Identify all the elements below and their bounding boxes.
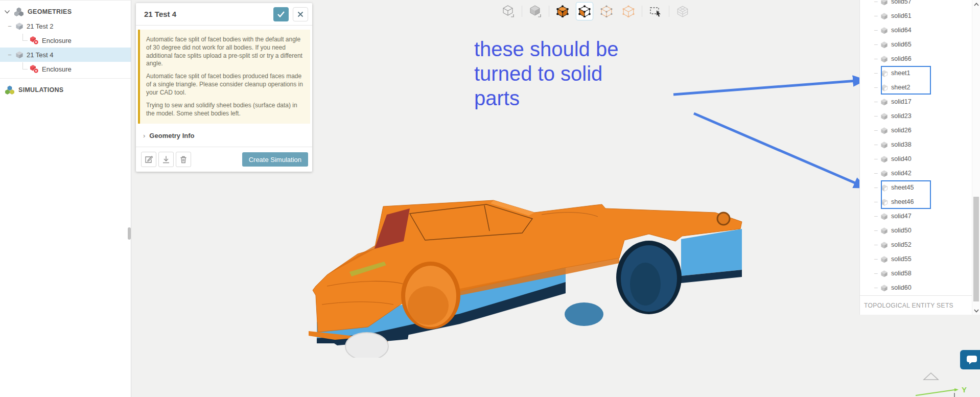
collapse-toggle[interactable]: − bbox=[7, 23, 12, 30]
entities-scrollbar[interactable] bbox=[972, 0, 980, 315]
entity-row[interactable]: –sheet1 bbox=[860, 66, 971, 80]
panel-footer: Create Simulation bbox=[136, 147, 312, 172]
entity-label: sheet2 bbox=[891, 84, 911, 91]
box-select-icon[interactable] bbox=[647, 2, 664, 20]
create-simulation-button[interactable]: Create Simulation bbox=[242, 152, 308, 167]
entity-row[interactable]: –solid47 bbox=[860, 209, 971, 223]
download-icon bbox=[161, 155, 171, 164]
entity-row[interactable]: –sheet2 bbox=[860, 80, 971, 95]
nav-triangle-icon[interactable] bbox=[921, 371, 941, 381]
geometry-detail-panel: 21 Test 4 Automatic face split of facet … bbox=[136, 3, 312, 172]
entity-label: solid42 bbox=[891, 170, 912, 177]
topological-entity-sets-header[interactable]: TOPOLOGICAL ENTITY SETS bbox=[860, 295, 972, 315]
solid-icon bbox=[880, 213, 888, 220]
close-icon bbox=[297, 11, 304, 17]
entity-label: solid50 bbox=[891, 227, 912, 234]
tree-dash: – bbox=[874, 141, 880, 148]
entity-row[interactable]: –solid23 bbox=[860, 109, 971, 123]
solid-icon bbox=[880, 227, 888, 235]
chat-button[interactable] bbox=[960, 350, 980, 369]
collapse-toggle[interactable]: − bbox=[7, 52, 12, 58]
delete-button[interactable] bbox=[176, 152, 191, 167]
tree-dash: – bbox=[874, 270, 880, 277]
entities-scrollbar-thumb[interactable] bbox=[973, 197, 979, 301]
topology-vertex-icon[interactable] bbox=[620, 2, 637, 20]
sheet-icon bbox=[880, 69, 888, 77]
entity-row[interactable]: –solid65 bbox=[860, 37, 971, 52]
chat-bubble-icon bbox=[966, 355, 977, 365]
annotation-arrow-1 bbox=[673, 80, 864, 95]
entity-row[interactable]: –solid26 bbox=[860, 123, 971, 137]
view-solid-icon[interactable] bbox=[527, 2, 544, 20]
tree-item-label: 21 Test 4 bbox=[27, 51, 54, 59]
entity-label: solid40 bbox=[891, 155, 912, 162]
entity-row[interactable]: –solid60 bbox=[860, 281, 971, 295]
tree-dash: – bbox=[874, 98, 880, 105]
entity-label: solid17 bbox=[891, 98, 912, 105]
scroll-up-icon[interactable] bbox=[972, 0, 980, 8]
sidebar-scrollbar-thumb[interactable] bbox=[128, 227, 131, 240]
geometries-header[interactable]: GEOMETRIES bbox=[0, 5, 131, 19]
sidebar-divider bbox=[0, 78, 131, 79]
tree-item-21-test-4[interactable]: − 21 Test 4 bbox=[0, 48, 131, 62]
tree-dash: – bbox=[874, 213, 880, 220]
view-wireframe-icon[interactable] bbox=[500, 2, 517, 20]
mesh-visibility-icon[interactable] bbox=[674, 2, 691, 20]
viewport-toolbar bbox=[500, 2, 691, 20]
tree-item-label: Enclosure bbox=[42, 65, 72, 73]
enclosure-error-icon bbox=[30, 64, 39, 74]
simulations-header[interactable]: SIMULATIONS bbox=[0, 83, 131, 97]
edit-button[interactable] bbox=[141, 152, 156, 167]
entity-row[interactable]: –solid17 bbox=[860, 95, 971, 109]
accept-button[interactable] bbox=[273, 7, 289, 21]
close-button[interactable] bbox=[293, 7, 308, 21]
geometry-cube-icon bbox=[15, 22, 24, 30]
solid-icon bbox=[880, 284, 888, 292]
car-3d-model[interactable] bbox=[307, 194, 756, 358]
warning-box: Automatic face split of facet bodies wit… bbox=[138, 30, 310, 124]
tree-dash: – bbox=[874, 198, 880, 205]
entity-row[interactable]: –solid66 bbox=[860, 52, 971, 66]
solid-icon bbox=[880, 270, 888, 277]
entity-label: solid47 bbox=[891, 213, 912, 220]
axis-label-y: Y bbox=[962, 385, 967, 394]
topology-volume-icon[interactable] bbox=[554, 2, 571, 20]
geometry-info-label: Geometry Info bbox=[149, 132, 194, 139]
tree-dash: – bbox=[874, 227, 880, 234]
entity-row[interactable]: –sheet46 bbox=[860, 195, 971, 209]
entity-row[interactable]: –solid57 bbox=[860, 0, 971, 9]
entity-row[interactable]: –solid58 bbox=[860, 266, 971, 281]
entity-row[interactable]: –sheet45 bbox=[860, 180, 971, 195]
entity-row[interactable]: –solid50 bbox=[860, 223, 971, 238]
entity-row[interactable]: –solid61 bbox=[860, 9, 971, 23]
geometries-label: GEOMETRIES bbox=[28, 8, 72, 15]
entity-label: solid60 bbox=[891, 284, 912, 291]
topology-edge-icon[interactable] bbox=[598, 2, 615, 20]
entity-row[interactable]: –solid55 bbox=[860, 252, 971, 266]
tree-dash: – bbox=[874, 184, 880, 191]
tree-item-21-test-2[interactable]: − 21 Test 2 bbox=[0, 19, 131, 33]
entity-row[interactable]: –solid42 bbox=[860, 166, 971, 180]
tree-connector bbox=[22, 34, 28, 41]
topology-face-icon[interactable] bbox=[576, 2, 593, 20]
geometry-info-toggle[interactable]: › Geometry Info bbox=[136, 124, 312, 147]
annotation-arrow-2 bbox=[694, 113, 865, 187]
entity-row[interactable]: –solid52 bbox=[860, 238, 971, 252]
entity-list: –solid57–solid61–solid64–solid65–solid66… bbox=[860, 0, 971, 295]
solid-icon bbox=[880, 55, 888, 63]
download-button[interactable] bbox=[158, 152, 174, 167]
toolbar-separator bbox=[669, 6, 669, 17]
tree-item-enclosure-2[interactable]: Enclosure bbox=[0, 62, 131, 76]
panel-title: 21 Test 4 bbox=[144, 10, 269, 18]
tree-dash: – bbox=[874, 55, 880, 62]
entity-row[interactable]: –solid64 bbox=[860, 23, 971, 37]
edit-icon bbox=[144, 155, 153, 164]
check-icon bbox=[277, 11, 285, 18]
scroll-down-icon[interactable] bbox=[972, 307, 980, 315]
solid-icon bbox=[880, 241, 888, 249]
entity-row[interactable]: –solid38 bbox=[860, 137, 971, 152]
sheet-icon bbox=[880, 184, 888, 192]
solid-icon bbox=[880, 141, 888, 149]
tree-item-enclosure-1[interactable]: Enclosure bbox=[0, 33, 131, 48]
entity-row[interactable]: –solid40 bbox=[860, 152, 971, 166]
